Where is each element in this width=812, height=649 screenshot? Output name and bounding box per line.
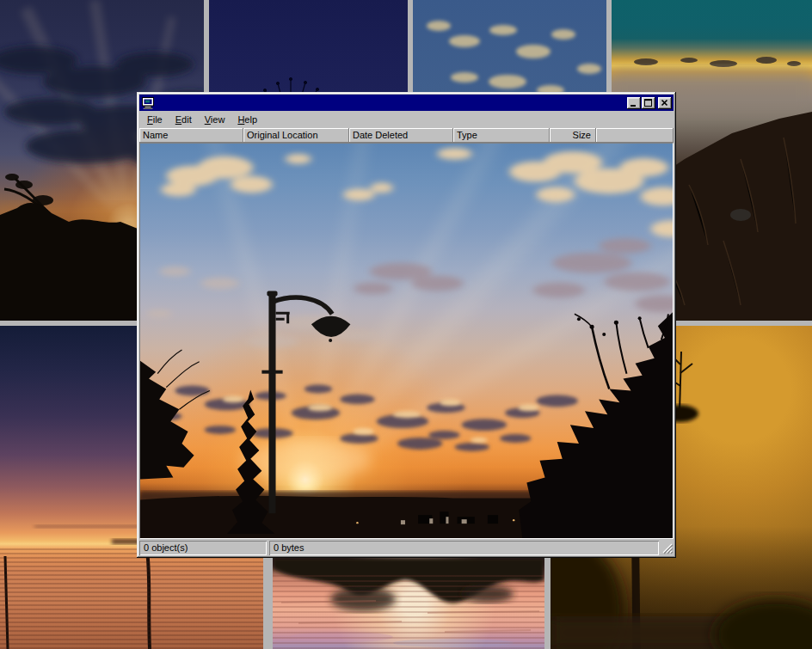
minimize-button[interactable] (627, 97, 641, 109)
menu-file[interactable]: File (143, 113, 167, 126)
resize-grip-icon[interactable] (661, 541, 674, 555)
column-header-row: Name Original Location Date Deleted Type… (139, 128, 674, 143)
computer-icon (141, 96, 155, 110)
status-bar: 0 object(s) 0 bytes (139, 541, 674, 555)
close-button[interactable] (658, 97, 672, 109)
menu-bar: File Edit View Help (139, 111, 674, 128)
folder-view-photo-background[interactable] (139, 143, 674, 539)
recycle-bin-window: File Edit View Help Name Original Locati… (137, 92, 676, 558)
status-size: 0 bytes (269, 541, 659, 555)
column-header-original-location[interactable]: Original Location (243, 128, 349, 143)
window-controls (627, 97, 672, 109)
menu-edit[interactable]: Edit (171, 113, 196, 126)
status-objects: 0 object(s) (139, 541, 267, 555)
column-header-name[interactable]: Name (139, 128, 243, 143)
column-header-type[interactable]: Type (453, 128, 550, 143)
sunset-lamp-photo (140, 144, 673, 538)
menu-view[interactable]: View (200, 113, 230, 126)
window-titlebar[interactable] (139, 95, 674, 111)
column-header-date-deleted[interactable]: Date Deleted (349, 128, 453, 143)
column-header-filler (596, 128, 674, 143)
menu-help[interactable]: Help (233, 113, 261, 126)
maximize-button[interactable] (642, 97, 655, 109)
column-header-size[interactable]: Size (550, 128, 596, 143)
